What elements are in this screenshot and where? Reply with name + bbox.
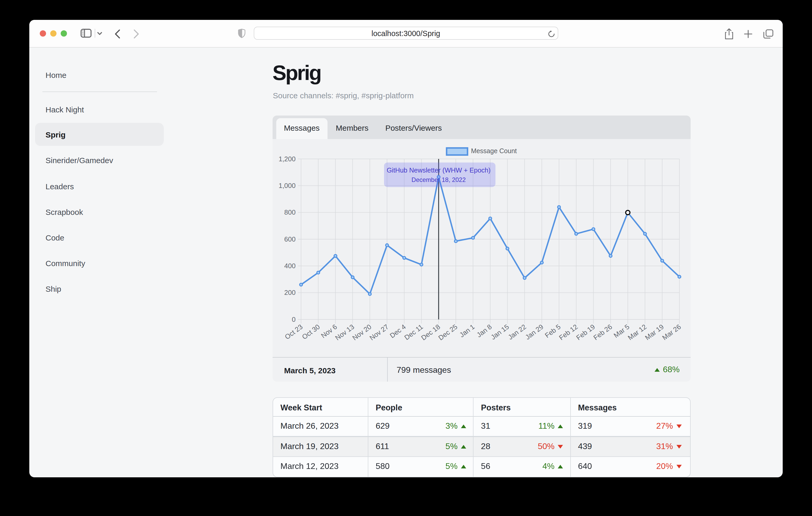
svg-text:400: 400 (284, 262, 296, 270)
svg-text:Message Count: Message Count (471, 147, 517, 154)
svg-text:Jan 15: Jan 15 (489, 323, 511, 341)
svg-text:GitHub Newsletter (WHW + Epoch: GitHub Newsletter (WHW + Epoch) (387, 166, 491, 174)
svg-text:Mar 12: Mar 12 (626, 323, 648, 341)
svg-text:200: 200 (284, 288, 296, 296)
svg-text:Feb 26: Feb 26 (592, 323, 614, 341)
svg-text:Feb 12: Feb 12 (557, 323, 579, 341)
svg-text:December 18, 2022: December 18, 2022 (411, 176, 466, 183)
svg-text:600: 600 (284, 235, 296, 243)
svg-text:Dec 25: Dec 25 (437, 323, 459, 342)
svg-text:Mar 26: Mar 26 (661, 323, 683, 341)
svg-text:Nov 13: Nov 13 (334, 323, 356, 342)
svg-text:Oct 30: Oct 30 (300, 323, 321, 341)
svg-text:Jan 1: Jan 1 (458, 323, 476, 339)
svg-text:Oct 23: Oct 23 (283, 323, 304, 341)
svg-text:800: 800 (284, 208, 296, 216)
svg-text:1,200: 1,200 (279, 155, 296, 162)
svg-text:Feb 19: Feb 19 (575, 323, 597, 341)
svg-text:Dec 18: Dec 18 (419, 323, 442, 342)
svg-text:Dec 11: Dec 11 (403, 323, 425, 341)
svg-text:Nov 27: Nov 27 (368, 323, 390, 342)
svg-text:Mar 19: Mar 19 (643, 323, 665, 341)
svg-text:Jan 29: Jan 29 (524, 323, 545, 341)
svg-text:Jan 22: Jan 22 (506, 323, 528, 341)
svg-text:Nov 20: Nov 20 (351, 323, 373, 342)
svg-text:1,000: 1,000 (279, 181, 296, 189)
svg-text:0: 0 (292, 315, 296, 323)
